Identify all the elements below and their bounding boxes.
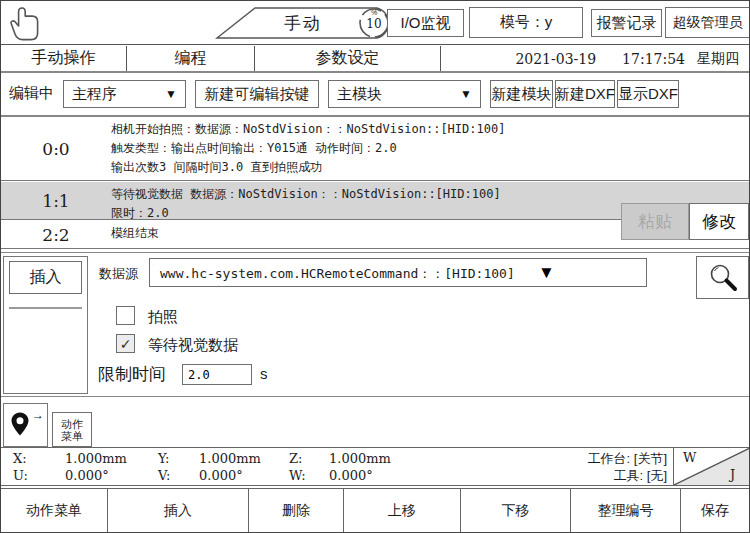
new-editable-key-button[interactable]: 新建可编辑按键 — [195, 80, 319, 108]
time-text: 17:17:54 — [622, 51, 685, 67]
axis-z-label: Z: — [289, 451, 302, 466]
workbench-mode-label: 工作台: [关节] — [588, 450, 667, 468]
hmi-screen: 手动 % 10 I/O监视 模号：y 报警记录 超级管理员 手动操作 编程 参数… — [0, 0, 750, 533]
step-editor-panel: 插入 数据源 www.hc-system.com.HCRemoteCommand… — [1, 252, 749, 397]
edit-toolbar: 编辑中 主程序 ▼ 新建可编辑按键 主模块 ▼ 新建模块 新建DXF 显示DXF — [1, 75, 749, 115]
joint-mode-label: J — [730, 467, 735, 482]
axis-v-value: 0.000° — [199, 468, 243, 483]
tool-mode-label: 工具: [无] — [614, 467, 667, 485]
save-button[interactable]: 保存 — [681, 489, 749, 533]
module-select-value: 主模块 — [337, 85, 382, 104]
renumber-button[interactable]: 整理编号 — [571, 489, 681, 533]
editing-status-label: 编辑中 — [9, 84, 54, 103]
datetime-display: 2021-03-19 17:17:54 星期四 — [441, 46, 749, 71]
axis-v-label: V: — [158, 468, 170, 483]
row-line: 等待视觉数据 数据源：NoStdVision：：NoStdVision::[HI… — [111, 185, 749, 204]
chevron-down-icon: ▼ — [165, 87, 177, 101]
search-button[interactable] — [696, 256, 749, 299]
weekday-text: 星期四 — [697, 50, 739, 68]
insert-step-button[interactable]: 插入 — [108, 489, 249, 533]
action-bar: → 动作 菜单 — [1, 398, 749, 447]
tab-parameter-settings[interactable]: 参数设定 — [255, 46, 441, 71]
row-content: 相机开始拍照：数据源：NoStdVision：：NoStdVision::[HI… — [111, 117, 749, 180]
row-index: 0:0 — [1, 139, 111, 159]
axis-z-value: 1.000mm — [329, 451, 391, 466]
time-limit-unit: s — [260, 365, 268, 382]
axis-y-label: Y: — [158, 451, 169, 466]
location-pin-icon — [8, 411, 32, 439]
row-line: 输出次数3 间隔时间3.0 直到拍照成功 — [111, 158, 749, 177]
axis-x-value: 1.000mm — [65, 451, 127, 466]
wait-vision-checkbox-label: 等待视觉数据 — [148, 336, 238, 355]
world-mode-label: W — [683, 450, 696, 465]
datasource-select[interactable]: www.hc-system.com.HCRemoteCommand：：[HID:… — [149, 258, 647, 287]
program-select[interactable]: 主程序 ▼ — [63, 80, 186, 108]
date-text: 2021-03-19 — [515, 51, 596, 67]
insert-button[interactable]: 插入 — [9, 261, 82, 294]
speed-unit: % — [357, 9, 391, 16]
world-joint-toggle[interactable]: W J — [673, 448, 749, 485]
alarm-log-button[interactable]: 报警记录 — [591, 9, 662, 37]
module-select[interactable]: 主模块 ▼ — [328, 80, 481, 108]
axis-x-label: X: — [13, 451, 27, 466]
modify-button[interactable]: 修改 — [689, 203, 749, 240]
mode-banner-button[interactable]: 手动 — [253, 12, 353, 35]
row-line: 相机开始拍照：数据源：NoStdVision：：NoStdVision::[HI… — [111, 120, 749, 139]
checkbox-check-icon: ✓ — [120, 336, 132, 352]
paste-button[interactable]: 粘贴 — [621, 203, 689, 240]
chevron-down-icon: ▼ — [538, 263, 555, 283]
new-module-button[interactable]: 新建模块 — [490, 80, 553, 108]
wait-vision-checkbox[interactable]: ✓ — [116, 334, 135, 353]
top-bar: 手动 % 10 I/O监视 模号：y 报警记录 超级管理员 — [1, 1, 749, 45]
photo-checkbox[interactable] — [116, 306, 135, 325]
super-admin-button[interactable]: 超级管理员 — [665, 7, 750, 38]
coordinates-panel: X: 1.000mm Y: 1.000mm Z: 1.000mm U: 0.00… — [1, 447, 749, 486]
axis-u-value: 0.000° — [65, 468, 109, 483]
action-menu-button[interactable]: 动作菜单 — [1, 489, 108, 533]
time-limit-label: 限制时间 — [98, 363, 166, 386]
arrow-right-icon: → — [32, 408, 44, 422]
speed-gauge[interactable]: % 10 — [357, 6, 391, 40]
io-monitor-button[interactable]: I/O监视 — [387, 9, 464, 37]
time-limit-input[interactable] — [182, 364, 252, 385]
new-dxf-button[interactable]: 新建DXF — [555, 80, 615, 108]
tab-manual-operation[interactable]: 手动操作 — [1, 46, 127, 71]
program-row-0[interactable]: 0:0 相机开始拍照：数据源：NoStdVision：：NoStdVision:… — [1, 117, 749, 181]
axis-u-label: U: — [13, 468, 28, 483]
sidebar-divider — [9, 307, 82, 309]
delete-button[interactable]: 删除 — [249, 489, 344, 533]
action-menu-small-button[interactable]: 动作 菜单 — [52, 412, 92, 447]
photo-checkbox-label: 拍照 — [148, 308, 178, 327]
tab-row: 手动操作 编程 参数设定 2021-03-19 17:17:54 星期四 — [1, 46, 749, 73]
position-pin-button[interactable]: → — [3, 403, 48, 447]
program-select-value: 主程序 — [72, 85, 117, 104]
row-line: 触发类型：输出点时间输出：Y015通 动作时间：2.0 — [111, 139, 749, 158]
show-dxf-button[interactable]: 显示DXF — [617, 80, 679, 108]
magnifier-icon — [706, 261, 740, 295]
datasource-value: www.hc-system.com.HCRemoteCommand：：[HID:… — [160, 265, 515, 283]
bottom-button-bar: 动作菜单 插入 删除 上移 下移 整理编号 保存 — [1, 488, 749, 533]
move-down-button[interactable]: 下移 — [461, 489, 571, 533]
axis-w-value: 0.000° — [329, 468, 373, 483]
hand-cursor-icon — [9, 5, 43, 43]
axis-w-label: W: — [289, 468, 306, 483]
row-action-overlay: 粘贴 修改 — [1, 203, 749, 240]
axis-y-value: 1.000mm — [199, 451, 261, 466]
tab-programming[interactable]: 编程 — [127, 46, 255, 71]
datasource-label: 数据源 — [99, 265, 138, 283]
move-up-button[interactable]: 上移 — [344, 489, 461, 533]
chevron-down-icon: ▼ — [460, 87, 472, 101]
speed-value: 10 — [357, 17, 391, 31]
editor-sidebar: 插入 — [3, 256, 88, 394]
mold-number-button[interactable]: 模号：y — [469, 7, 583, 38]
action-menu-line: 菜单 — [61, 430, 83, 442]
action-menu-line: 动作 — [61, 418, 83, 430]
